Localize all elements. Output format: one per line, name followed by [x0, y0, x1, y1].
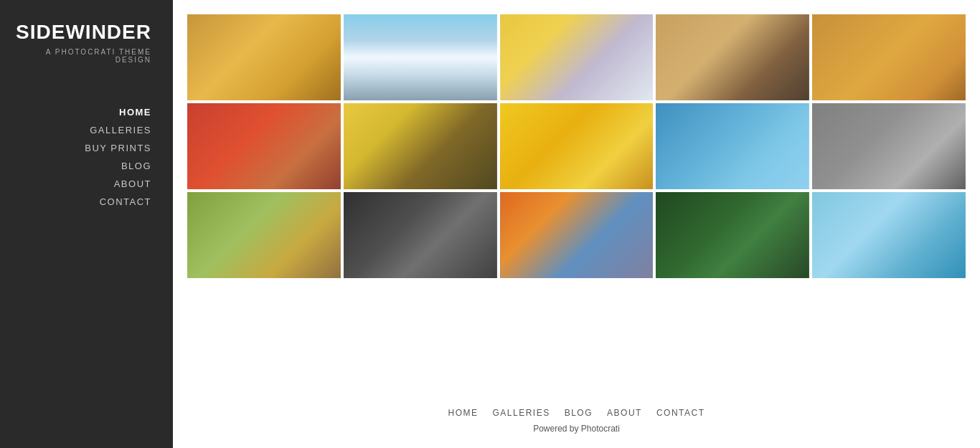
gallery-item-tribal[interactable] [187, 192, 341, 278]
footer-nav-contact[interactable]: CONTACT [656, 408, 705, 418]
site-subtitle: A PHOTOCRATI THEME DESIGN [14, 48, 151, 64]
gallery-item-sand[interactable] [187, 14, 341, 100]
gallery-grid [187, 14, 966, 278]
gallery-item-sadhus[interactable] [187, 103, 341, 189]
gallery-item-man-turban[interactable] [500, 14, 654, 100]
sidebar-item-about[interactable]: ABOUT [114, 178, 151, 189]
sidebar-item-home[interactable]: HOME [119, 107, 151, 118]
powered-by-prefix: Powered by [533, 424, 581, 434]
gallery-item-sea[interactable] [656, 103, 809, 189]
gallery-item-bw-man[interactable] [812, 103, 966, 189]
gallery-item-camel[interactable] [812, 14, 966, 100]
sidebar-nav: HOME GALLERIES BUY PRINTS BLOG ABOUT CON… [85, 107, 151, 207]
sidebar-item-contact[interactable]: CONTACT [100, 196, 151, 207]
site-title: SIDEWINDER [16, 22, 151, 44]
gallery-item-girl[interactable] [344, 192, 497, 278]
gallery-item-tajmahal[interactable] [344, 14, 497, 100]
footer-nav: HOME GALLERIES BLOG ABOUT CONTACT [187, 408, 966, 418]
powered-by-link[interactable]: Photocrati [581, 424, 620, 434]
sidebar-item-galleries[interactable]: GALLERIES [90, 125, 151, 135]
main-content: HOME GALLERIES BLOG ABOUT CONTACT Powere… [173, 0, 980, 448]
gallery-item-greatwall[interactable] [344, 103, 497, 189]
footer-nav-galleries[interactable]: GALLERIES [492, 408, 550, 418]
gallery-item-balloon[interactable] [500, 192, 654, 278]
gallery-area [173, 0, 980, 386]
sidebar-item-buy-prints[interactable]: BUY PRINTS [85, 143, 151, 153]
gallery-item-feet[interactable] [812, 192, 966, 278]
gallery-item-monks[interactable] [656, 14, 809, 100]
footer-nav-about[interactable]: ABOUT [607, 408, 642, 418]
gallery-item-hands[interactable] [500, 103, 654, 189]
gallery-item-forest[interactable] [656, 192, 809, 278]
sidebar-item-blog[interactable]: BLOG [121, 161, 151, 171]
footer-nav-blog[interactable]: BLOG [565, 408, 593, 418]
powered-by: Powered by Photocrati [187, 424, 966, 434]
footer-nav-home[interactable]: HOME [448, 408, 478, 418]
sidebar: SIDEWINDER A PHOTOCRATI THEME DESIGN HOM… [0, 0, 173, 448]
footer: HOME GALLERIES BLOG ABOUT CONTACT Powere… [173, 386, 980, 448]
